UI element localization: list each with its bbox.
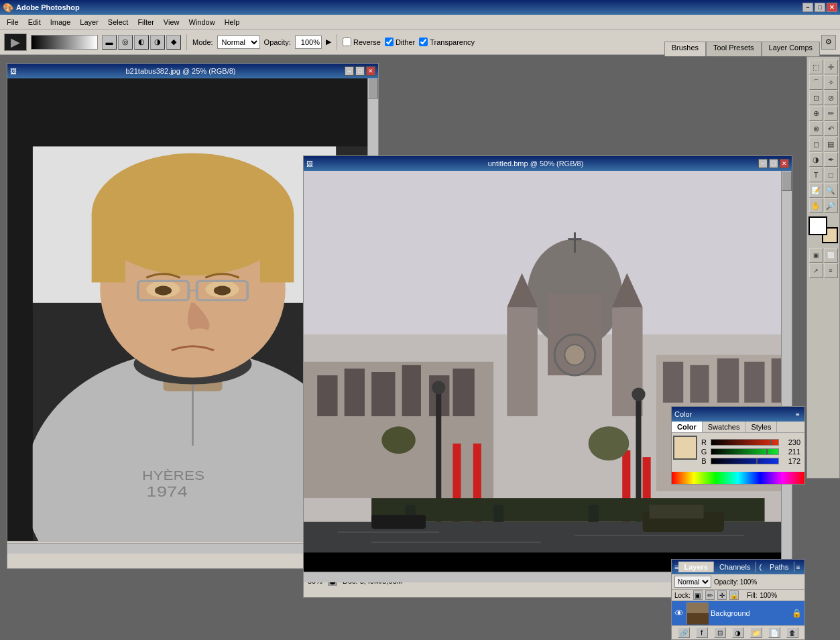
marquee-tool[interactable]: ⬚: [809, 60, 823, 74]
r-slider[interactable]: [711, 439, 779, 446]
svg-rect-44: [663, 362, 683, 403]
transparency-checkbox-group[interactable]: Transparency: [419, 38, 475, 46]
tool-extra[interactable]: ≡: [824, 263, 838, 278]
image-canvas-2[interactable]: [304, 171, 792, 573]
tab-swatches[interactable]: Swatches: [703, 422, 746, 432]
angle-gradient-button[interactable]: ◐: [134, 35, 149, 50]
new-layer-button[interactable]: 📄: [768, 627, 780, 638]
eyedropper-tool[interactable]: 🔍: [824, 183, 838, 198]
gradient-preview[interactable]: [31, 35, 98, 50]
notes-tool[interactable]: 📝: [809, 183, 823, 198]
link-layers-button[interactable]: 🔗: [678, 627, 690, 638]
layer-background[interactable]: 👁 Background 🔒: [672, 601, 804, 625]
color-spectrum-bar[interactable]: [672, 472, 804, 484]
linear-gradient-button[interactable]: ▬: [102, 35, 117, 50]
app-close-button[interactable]: ✕: [827, 3, 837, 12]
img-win2-minimize[interactable]: −: [758, 159, 768, 168]
image-window-1-icon: 🖼: [10, 68, 17, 75]
tab-color[interactable]: Color: [672, 422, 703, 432]
delete-layer-button[interactable]: 🗑: [786, 627, 798, 638]
eraser-tool[interactable]: ◻: [809, 137, 823, 151]
opacity-input[interactable]: [295, 36, 322, 49]
dodge-tool[interactable]: ◑: [809, 152, 823, 167]
menu-view[interactable]: View: [160, 17, 184, 27]
layer-visibility-icon[interactable]: 👁: [674, 608, 684, 619]
tab-brushes[interactable]: Brushes: [664, 42, 706, 56]
reverse-label: Reverse: [353, 38, 381, 46]
reverse-checkbox-group[interactable]: Reverse: [343, 38, 381, 46]
history-brush-tool[interactable]: ↶: [824, 121, 838, 136]
options-extra-button[interactable]: ⚙: [821, 35, 836, 50]
crop-tool[interactable]: ⊡: [809, 90, 823, 105]
zoom-tool[interactable]: 🔎: [824, 198, 838, 213]
clone-tool[interactable]: ⊗: [809, 121, 823, 136]
tab-layer-comps[interactable]: Layer Comps: [762, 42, 820, 56]
canvas2-scrollbar-v[interactable]: [781, 171, 792, 573]
radial-gradient-button[interactable]: ◎: [118, 35, 133, 50]
type-tool[interactable]: T: [809, 168, 823, 182]
tab-paths[interactable]: Paths: [764, 562, 794, 572]
tab-channels[interactable]: Channels: [714, 562, 756, 572]
svg-rect-39: [371, 372, 395, 416]
diamond-gradient-button[interactable]: ◆: [166, 35, 181, 50]
heal-tool[interactable]: ⊕: [809, 106, 823, 121]
transparency-checkbox[interactable]: [419, 38, 428, 46]
img-win1-minimize[interactable]: −: [345, 66, 354, 76]
move-tool[interactable]: ✛: [824, 60, 838, 74]
menu-select[interactable]: Select: [104, 17, 133, 27]
gradient-style-buttons: ▬ ◎ ◐ ◑ ◆: [102, 35, 181, 50]
menu-filter[interactable]: Filter: [133, 17, 158, 27]
opacity-label: Opacity:: [264, 38, 291, 46]
gradient-tool[interactable]: ▤: [824, 137, 838, 151]
dither-checkbox-group[interactable]: Dither: [385, 38, 415, 46]
lasso-tool[interactable]: ⌒: [809, 75, 823, 90]
menu-image[interactable]: Image: [46, 17, 75, 27]
tab-layers[interactable]: Layers: [678, 562, 713, 572]
menu-window[interactable]: Window: [185, 17, 219, 27]
tab-tool-presets[interactable]: Tool Presets: [706, 42, 762, 56]
img-win2-maximize[interactable]: □: [769, 159, 778, 168]
shape-tool[interactable]: □: [824, 168, 838, 182]
quick-mask-tool[interactable]: ▣: [809, 248, 823, 263]
brush-tool[interactable]: ✏: [824, 106, 838, 121]
opacity-arrow-icon[interactable]: ▶: [326, 38, 331, 46]
menu-file[interactable]: File: [3, 17, 23, 27]
b-slider[interactable]: [711, 458, 779, 464]
r-label: R: [700, 438, 708, 446]
mode-dropdown[interactable]: Normal Multiply Screen: [217, 36, 260, 49]
img-win1-maximize[interactable]: □: [355, 66, 365, 76]
magic-wand-tool[interactable]: ✧: [824, 75, 838, 90]
minimize-button[interactable]: −: [802, 3, 813, 12]
reverse-checkbox[interactable]: [343, 38, 351, 46]
jump-to-imageready[interactable]: ↗: [809, 263, 823, 278]
menu-help[interactable]: Help: [221, 17, 244, 27]
pen-tool[interactable]: ✒: [824, 152, 838, 167]
img-win2-close[interactable]: ✕: [780, 159, 789, 168]
color-preview-swatch[interactable]: [673, 436, 697, 460]
menu-edit[interactable]: Edit: [24, 17, 45, 27]
layers-panel-menu[interactable]: ≡: [794, 560, 802, 574]
new-group-button[interactable]: 📁: [750, 627, 762, 638]
screen-mode-tool[interactable]: ⬜: [824, 248, 838, 263]
dither-checkbox[interactable]: [385, 38, 394, 46]
tool-preset-picker[interactable]: ▶: [4, 34, 27, 51]
hand-tool[interactable]: ✋: [809, 198, 823, 213]
layers-mode-dropdown[interactable]: Normal: [674, 576, 711, 588]
lock-transparency-btn[interactable]: ▣: [693, 590, 703, 600]
lock-all-btn[interactable]: 🔒: [729, 590, 739, 600]
tab-styles[interactable]: Styles: [745, 422, 777, 432]
img-win1-close[interactable]: ✕: [366, 66, 375, 76]
add-style-button[interactable]: f: [696, 627, 708, 638]
add-mask-button[interactable]: ⊡: [714, 627, 726, 638]
menu-layer[interactable]: Layer: [76, 17, 103, 27]
lock-position-btn[interactable]: ✛: [717, 590, 727, 600]
lock-label: Lock:: [674, 592, 691, 599]
foreground-color-swatch[interactable]: [808, 216, 827, 235]
slice-tool[interactable]: ⊘: [824, 90, 838, 105]
g-slider[interactable]: [711, 448, 779, 455]
new-adjustment-button[interactable]: ◑: [732, 627, 744, 638]
reflected-gradient-button[interactable]: ◑: [150, 35, 165, 50]
lock-pixels-btn[interactable]: ✏: [705, 590, 715, 600]
maximize-button[interactable]: □: [815, 3, 825, 12]
color-panel-grip[interactable]: ≡: [794, 407, 802, 422]
